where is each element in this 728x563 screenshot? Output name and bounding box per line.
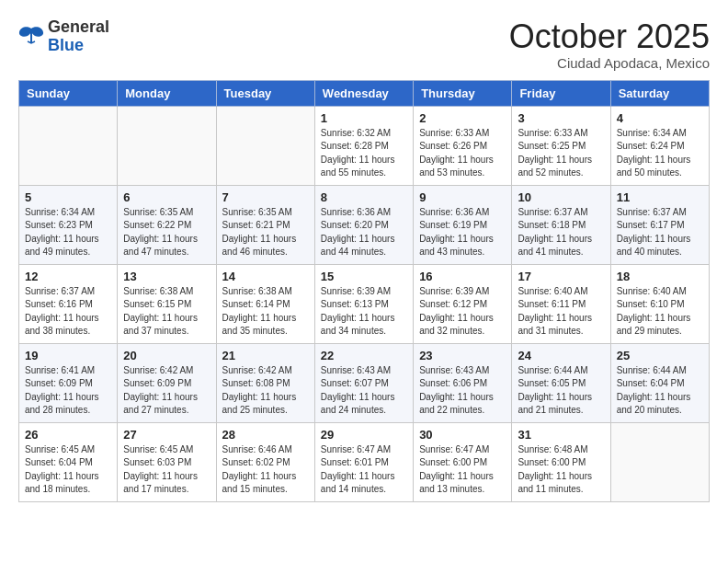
day-info: Sunrise: 6:37 AMSunset: 6:16 PMDaylight:… [25, 285, 111, 339]
calendar-cell-3-2: 13Sunrise: 6:38 AMSunset: 6:15 PMDayligh… [118, 264, 216, 343]
day-number: 25 [617, 349, 703, 362]
weekday-header-row: Sunday Monday Tuesday Wednesday Thursday… [19, 80, 710, 106]
week-row-5: 26Sunrise: 6:45 AMSunset: 6:04 PMDayligh… [19, 422, 710, 501]
day-number: 24 [518, 349, 604, 362]
day-info: Sunrise: 6:33 AMSunset: 6:26 PMDaylight:… [419, 127, 506, 180]
calendar-cell-1-1 [19, 106, 118, 185]
day-number: 30 [419, 428, 506, 442]
day-info: Sunrise: 6:32 AMSunset: 6:28 PMDaylight:… [321, 127, 407, 180]
calendar-cell-3-5: 16Sunrise: 6:39 AMSunset: 6:12 PMDayligh… [414, 264, 512, 343]
day-info: Sunrise: 6:40 AMSunset: 6:10 PMDaylight:… [617, 285, 703, 339]
day-info: Sunrise: 6:46 AMSunset: 6:02 PMDaylight:… [222, 443, 309, 497]
day-number: 4 [617, 111, 703, 125]
calendar-cell-3-4: 15Sunrise: 6:39 AMSunset: 6:13 PMDayligh… [314, 264, 413, 343]
day-number: 28 [222, 428, 309, 442]
day-info: Sunrise: 6:37 AMSunset: 6:18 PMDaylight:… [518, 206, 604, 259]
day-number: 2 [419, 111, 506, 125]
header-wednesday: Wednesday [314, 80, 413, 106]
calendar-cell-4-1: 19Sunrise: 6:41 AMSunset: 6:09 PMDayligh… [19, 343, 118, 422]
calendar-cell-2-3: 7Sunrise: 6:35 AMSunset: 6:21 PMDaylight… [216, 185, 314, 264]
day-number: 29 [321, 428, 407, 442]
day-number: 21 [222, 349, 309, 362]
day-info: Sunrise: 6:35 AMSunset: 6:22 PMDaylight:… [123, 206, 210, 259]
calendar-cell-1-3 [216, 106, 314, 185]
day-number: 18 [617, 270, 703, 283]
day-info: Sunrise: 6:39 AMSunset: 6:12 PMDaylight:… [419, 285, 506, 339]
day-info: Sunrise: 6:36 AMSunset: 6:20 PMDaylight:… [321, 206, 407, 259]
day-info: Sunrise: 6:44 AMSunset: 6:05 PMDaylight:… [518, 364, 604, 418]
calendar-cell-5-6: 31Sunrise: 6:48 AMSunset: 6:00 PMDayligh… [512, 422, 610, 501]
calendar-cell-2-5: 9Sunrise: 6:36 AMSunset: 6:19 PMDaylight… [414, 185, 512, 264]
day-number: 14 [222, 270, 309, 283]
day-info: Sunrise: 6:36 AMSunset: 6:19 PMDaylight:… [419, 206, 506, 259]
location-subtitle: Ciudad Apodaca, Mexico [509, 55, 710, 71]
day-info: Sunrise: 6:48 AMSunset: 6:00 PMDaylight:… [518, 443, 604, 497]
calendar-cell-4-7: 25Sunrise: 6:44 AMSunset: 6:04 PMDayligh… [610, 343, 709, 422]
day-number: 15 [321, 270, 407, 283]
calendar-cell-4-3: 21Sunrise: 6:42 AMSunset: 6:08 PMDayligh… [216, 343, 314, 422]
calendar-cell-4-4: 22Sunrise: 6:43 AMSunset: 6:07 PMDayligh… [314, 343, 413, 422]
calendar-cell-5-3: 28Sunrise: 6:46 AMSunset: 6:02 PMDayligh… [216, 422, 314, 501]
day-number: 23 [419, 349, 506, 362]
day-info: Sunrise: 6:38 AMSunset: 6:14 PMDaylight:… [222, 285, 309, 339]
day-number: 6 [123, 190, 210, 204]
header-tuesday: Tuesday [216, 80, 314, 106]
day-info: Sunrise: 6:42 AMSunset: 6:09 PMDaylight:… [123, 364, 210, 418]
day-number: 16 [419, 270, 506, 283]
day-number: 3 [518, 111, 604, 125]
week-row-2: 5Sunrise: 6:34 AMSunset: 6:23 PMDaylight… [19, 185, 710, 264]
day-number: 26 [25, 428, 111, 442]
logo-icon [18, 25, 44, 49]
day-number: 13 [123, 270, 210, 283]
day-info: Sunrise: 6:40 AMSunset: 6:11 PMDaylight:… [518, 285, 604, 339]
logo-text: General Blue [48, 18, 109, 55]
week-row-3: 12Sunrise: 6:37 AMSunset: 6:16 PMDayligh… [19, 264, 710, 343]
day-number: 27 [123, 428, 210, 442]
calendar-cell-1-7: 4Sunrise: 6:34 AMSunset: 6:24 PMDaylight… [610, 106, 709, 185]
day-number: 1 [321, 111, 407, 125]
calendar-cell-2-7: 11Sunrise: 6:37 AMSunset: 6:17 PMDayligh… [610, 185, 709, 264]
header-friday: Friday [512, 80, 610, 106]
day-info: Sunrise: 6:39 AMSunset: 6:13 PMDaylight:… [321, 285, 407, 339]
header-monday: Monday [118, 80, 216, 106]
title-block: October 2025 Ciudad Apodaca, Mexico [509, 18, 710, 71]
day-number: 9 [419, 190, 506, 204]
week-row-4: 19Sunrise: 6:41 AMSunset: 6:09 PMDayligh… [19, 343, 710, 422]
day-info: Sunrise: 6:42 AMSunset: 6:08 PMDaylight:… [222, 364, 309, 418]
day-number: 22 [321, 349, 407, 362]
day-number: 31 [518, 428, 604, 442]
header-sunday: Sunday [19, 80, 118, 106]
calendar-cell-5-5: 30Sunrise: 6:47 AMSunset: 6:00 PMDayligh… [414, 422, 512, 501]
day-info: Sunrise: 6:34 AMSunset: 6:24 PMDaylight:… [617, 127, 703, 180]
calendar-cell-1-5: 2Sunrise: 6:33 AMSunset: 6:26 PMDaylight… [414, 106, 512, 185]
calendar-cell-4-2: 20Sunrise: 6:42 AMSunset: 6:09 PMDayligh… [118, 343, 216, 422]
calendar-cell-3-3: 14Sunrise: 6:38 AMSunset: 6:14 PMDayligh… [216, 264, 314, 343]
calendar-cell-4-5: 23Sunrise: 6:43 AMSunset: 6:06 PMDayligh… [414, 343, 512, 422]
month-title: October 2025 [509, 18, 710, 55]
day-number: 19 [25, 349, 111, 362]
day-info: Sunrise: 6:34 AMSunset: 6:23 PMDaylight:… [25, 206, 111, 259]
calendar-cell-3-7: 18Sunrise: 6:40 AMSunset: 6:10 PMDayligh… [610, 264, 709, 343]
calendar-cell-3-6: 17Sunrise: 6:40 AMSunset: 6:11 PMDayligh… [512, 264, 610, 343]
day-number: 11 [617, 190, 703, 204]
day-number: 20 [123, 349, 210, 362]
day-info: Sunrise: 6:47 AMSunset: 6:00 PMDaylight:… [419, 443, 506, 497]
calendar-cell-5-7 [610, 422, 709, 501]
week-row-1: 1Sunrise: 6:32 AMSunset: 6:28 PMDaylight… [19, 106, 710, 185]
day-number: 10 [518, 190, 604, 204]
calendar-cell-1-4: 1Sunrise: 6:32 AMSunset: 6:28 PMDaylight… [314, 106, 413, 185]
day-info: Sunrise: 6:47 AMSunset: 6:01 PMDaylight:… [321, 443, 407, 497]
day-info: Sunrise: 6:45 AMSunset: 6:04 PMDaylight:… [25, 443, 111, 497]
calendar-cell-3-1: 12Sunrise: 6:37 AMSunset: 6:16 PMDayligh… [19, 264, 118, 343]
day-info: Sunrise: 6:41 AMSunset: 6:09 PMDaylight:… [25, 364, 111, 418]
logo-blue: Blue [48, 36, 84, 54]
day-info: Sunrise: 6:33 AMSunset: 6:25 PMDaylight:… [518, 127, 604, 180]
calendar-cell-5-4: 29Sunrise: 6:47 AMSunset: 6:01 PMDayligh… [314, 422, 413, 501]
calendar-cell-5-2: 27Sunrise: 6:45 AMSunset: 6:03 PMDayligh… [118, 422, 216, 501]
calendar-cell-4-6: 24Sunrise: 6:44 AMSunset: 6:05 PMDayligh… [512, 343, 610, 422]
day-number: 12 [25, 270, 111, 283]
calendar-table: Sunday Monday Tuesday Wednesday Thursday… [18, 80, 710, 502]
calendar-cell-2-6: 10Sunrise: 6:37 AMSunset: 6:18 PMDayligh… [512, 185, 610, 264]
day-info: Sunrise: 6:37 AMSunset: 6:17 PMDaylight:… [617, 206, 703, 259]
day-info: Sunrise: 6:43 AMSunset: 6:06 PMDaylight:… [419, 364, 506, 418]
